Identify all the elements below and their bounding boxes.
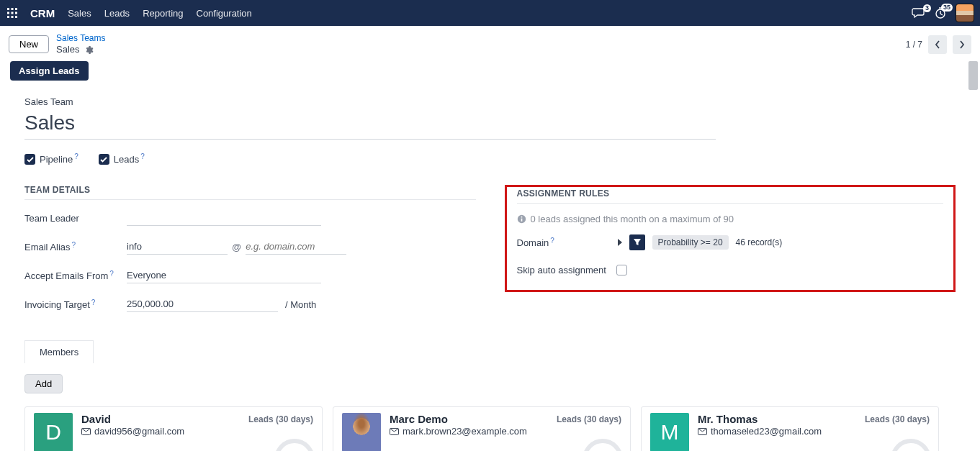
member-email: thomaseled23@gmail.com — [698, 426, 930, 437]
pipeline-label: Pipeline — [40, 154, 73, 165]
help-icon[interactable]: ? — [109, 270, 114, 278]
tabs: Members — [24, 340, 956, 363]
new-button[interactable]: New — [9, 35, 49, 53]
mail-icon — [698, 428, 707, 435]
svg-rect-11 — [521, 219, 522, 222]
svg-rect-5 — [15, 12, 17, 14]
pager: 1 / 7 — [906, 35, 971, 54]
scrollbar[interactable] — [968, 61, 979, 447]
team-leader-input[interactable] — [127, 210, 321, 226]
timer-count: 35 — [941, 4, 953, 12]
member-email: david956@gmail.com — [81, 426, 313, 437]
email-domain-input[interactable] — [246, 239, 346, 255]
leads-checkbox[interactable]: Leads ? — [99, 154, 145, 165]
team-details-section: TEAM DETAILS Team Leader Email Alias? @ — [24, 185, 476, 325]
domain-label: Domain? — [517, 237, 611, 248]
help-icon[interactable]: ? — [550, 237, 554, 245]
help-icon[interactable]: ? — [72, 241, 76, 249]
nav-configuration[interactable]: Configuration — [197, 8, 252, 19]
invoicing-target-input[interactable] — [127, 296, 278, 312]
pipeline-checkbox[interactable]: Pipeline ? — [24, 154, 78, 165]
mail-icon — [390, 428, 399, 435]
at-symbol: @ — [232, 242, 241, 252]
accept-emails-input[interactable] — [127, 268, 321, 283]
domain-row: Domain? Probability >= 20 46 record(s) — [517, 234, 944, 250]
prev-page-button[interactable] — [928, 35, 947, 54]
svg-rect-4 — [12, 12, 14, 14]
member-cards: D David david956@gmail.com Leads (30 day… — [24, 406, 956, 451]
messages-count: 3 — [923, 4, 931, 12]
team-leader-label: Team Leader — [24, 213, 127, 224]
invoicing-period: / Month — [285, 299, 316, 310]
svg-point-12 — [521, 217, 522, 218]
breadcrumb-top[interactable]: Sales Teams — [56, 33, 105, 44]
nav-reporting[interactable]: Reporting — [143, 8, 183, 19]
top-nav: CRM Sales Leads Reporting Configuration … — [0, 0, 980, 26]
svg-rect-8 — [15, 16, 17, 18]
member-avatar — [342, 413, 381, 451]
domain-record-count[interactable]: 46 record(s) — [736, 237, 783, 247]
breadcrumb-current: Sales — [56, 44, 80, 55]
skip-auto-checkbox[interactable] — [616, 265, 627, 275]
content-scroll: Assign Leads Sales Team Pipeline ? Leads… — [0, 61, 980, 447]
mail-icon — [81, 428, 91, 435]
user-avatar[interactable] — [956, 4, 974, 22]
caret-right-icon[interactable] — [618, 239, 622, 246]
member-avatar: D — [34, 413, 73, 451]
team-details-heading: TEAM DETAILS — [24, 185, 476, 200]
tab-members[interactable]: Members — [24, 340, 94, 363]
assignment-info: 0 leads assigned this month on a maximum… — [517, 214, 944, 224]
nav-sales[interactable]: Sales — [68, 8, 91, 19]
scrollbar-thumb[interactable] — [968, 61, 978, 90]
invoicing-target-label: Invoicing Target? — [24, 299, 127, 310]
help-icon[interactable]: ? — [91, 299, 96, 306]
leads-label: Leads — [114, 154, 139, 165]
info-icon — [517, 214, 526, 224]
domain-chip[interactable]: Probability >= 20 — [652, 235, 729, 250]
member-meta: Leads (30 days) — [557, 414, 621, 424]
accept-emails-label: Accept Emails From? — [24, 270, 127, 281]
member-card[interactable]: Marc Demo mark.brown23@example.com Leads… — [333, 406, 631, 451]
page-indicator[interactable]: 1 / 7 — [906, 40, 922, 50]
svg-rect-2 — [15, 8, 17, 10]
timer-icon[interactable]: 35 — [934, 6, 947, 19]
nav-leads[interactable]: Leads — [104, 8, 130, 19]
help-icon[interactable]: ? — [74, 152, 78, 160]
email-alias-label: Email Alias? — [24, 242, 127, 252]
nav-right: 3 35 — [912, 4, 974, 22]
gear-icon[interactable] — [84, 45, 94, 55]
member-avatar: M — [650, 413, 689, 451]
apps-icon[interactable] — [7, 8, 17, 18]
member-email: mark.brown23@example.com — [390, 426, 621, 437]
member-card[interactable]: D David david956@gmail.com Leads (30 day… — [24, 406, 323, 451]
assignment-rules-highlight: ASSIGNMENT RULES 0 leads assigned this m… — [505, 185, 956, 292]
help-icon[interactable]: ? — [140, 152, 145, 160]
next-page-button[interactable] — [953, 35, 971, 54]
svg-rect-0 — [7, 8, 9, 10]
email-alias-input[interactable] — [127, 239, 228, 255]
member-meta: Leads (30 days) — [248, 414, 313, 424]
messages-icon[interactable]: 3 — [912, 7, 925, 19]
svg-rect-7 — [12, 16, 14, 18]
add-member-button[interactable]: Add — [24, 374, 63, 393]
sales-team-name-input[interactable] — [24, 110, 716, 140]
member-meta: Leads (30 days) — [865, 414, 930, 424]
svg-rect-6 — [7, 16, 9, 18]
assign-leads-button[interactable]: Assign Leads — [10, 61, 89, 81]
assignment-rules-heading: ASSIGNMENT RULES — [517, 188, 944, 204]
sales-team-label: Sales Team — [24, 96, 956, 107]
subheader: New Sales Teams Sales 1 / 7 — [0, 26, 980, 61]
skip-auto-label: Skip auto assignment — [517, 265, 606, 275]
filter-icon[interactable] — [629, 234, 645, 250]
svg-rect-1 — [12, 8, 14, 10]
assignment-rules-section: ASSIGNMENT RULES 0 leads assigned this m… — [505, 185, 956, 292]
member-card[interactable]: M Mr. Thomas thomaseled23@gmail.com Lead… — [641, 406, 939, 451]
svg-rect-3 — [7, 12, 9, 14]
brand[interactable]: CRM — [30, 7, 55, 19]
breadcrumb: Sales Teams Sales — [56, 33, 105, 55]
